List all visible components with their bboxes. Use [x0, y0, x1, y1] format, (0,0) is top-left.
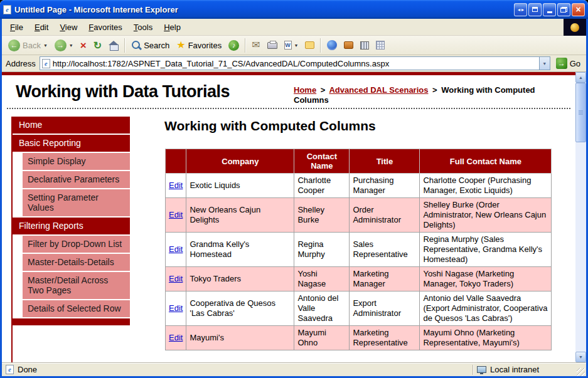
cell-company: Exotic Liquids — [186, 174, 294, 198]
discuss-icon — [305, 41, 314, 49]
address-url-text: http://localhost:1782/ASPNET_Data_Tutori… — [53, 59, 537, 68]
cell-title: Sales Representative — [350, 233, 420, 267]
cell-full-contact: Charlotte Cooper (Purchasing Manager, Ex… — [420, 174, 552, 198]
menu-favorites[interactable]: Favorites — [83, 19, 127, 35]
sidebar-item-master-detail-across-two-pages[interactable]: Master/Detail Across Two Pages — [23, 272, 130, 299]
scroll-down-button[interactable]: ▼ — [575, 352, 586, 362]
edit-in-word-button[interactable]: W ▼ — [281, 39, 302, 51]
cell-contact: Mayumi Ohno — [294, 326, 350, 350]
site-title: Working with Data Tutorials — [16, 82, 230, 102]
back-icon: ← — [8, 39, 20, 51]
sidebar-section-partial[interactable] — [13, 318, 130, 325]
sidebar-item-simple-display[interactable]: Simple Display — [23, 153, 130, 170]
sidebar-item-declarative-parameters[interactable]: Declarative Parameters — [23, 171, 130, 188]
title-bar[interactable]: Untitled Page - Microsoft Internet Explo… — [0, 0, 588, 19]
favorites-label: Favorites — [188, 41, 222, 50]
status-bar: Done Local intranet — [2, 362, 586, 376]
chevron-down-icon: ▼ — [579, 355, 583, 359]
menu-help[interactable]: Help — [158, 19, 186, 35]
vertical-scrollbar[interactable]: ▲ ▼ — [575, 72, 586, 362]
scroll-up-button[interactable]: ▲ — [575, 72, 586, 83]
menu-edit[interactable]: Edit — [29, 19, 54, 35]
breadcrumb-separator: > — [321, 85, 326, 95]
address-input[interactable]: http://localhost:1782/ASPNET_Data_Tutori… — [40, 56, 550, 70]
cell-title: Purchasing Manager — [350, 174, 420, 198]
building-button[interactable] — [357, 40, 372, 51]
close-icon: × — [575, 4, 580, 14]
page-title: Working with Computed Columns — [164, 118, 376, 134]
mail-button[interactable]: ✉ — [249, 39, 263, 51]
stop-button[interactable]: × — [77, 39, 90, 52]
print-button[interactable] — [264, 41, 281, 50]
favorites-button[interactable]: ★ Favorites — [173, 39, 225, 51]
grid-button[interactable] — [373, 39, 388, 51]
refresh-button[interactable]: ↻ — [90, 38, 105, 53]
sidebar-section-filtering-reports[interactable]: Filtering Reports — [13, 218, 130, 234]
browser-window: Untitled Page - Microsoft Internet Explo… — [0, 0, 588, 378]
grid-header-row: Company Contact Name Title Full Contact … — [166, 149, 552, 174]
col-header-title: Title — [350, 149, 420, 174]
cell-title: Marketing Manager — [350, 267, 420, 291]
sidebar-item-master-details-details[interactable]: Master-Details-Details — [23, 254, 130, 271]
standard-toolbar: ← Back ▼ → ▼ × ↻ Search ★ Favorites ♪ ✉ … — [2, 36, 586, 55]
table-row: Edit Exotic Liquids Charlotte Cooper Pur… — [166, 174, 552, 198]
discuss-button[interactable] — [302, 40, 318, 50]
go-button[interactable]: → Go — [554, 57, 582, 70]
window-border — [0, 19, 2, 378]
restore-button[interactable] — [557, 3, 570, 16]
back-button[interactable]: ← Back ▼ — [5, 38, 51, 53]
breadcrumb-section-link[interactable]: Advanced DAL Scenarios — [329, 85, 428, 95]
briefcase-icon — [344, 41, 353, 49]
menu-view[interactable]: View — [54, 19, 83, 35]
edit-link[interactable]: Edit — [169, 181, 183, 190]
edit-link[interactable]: Edit — [169, 274, 183, 283]
status-left-panel: Done — [3, 365, 473, 374]
sidebar-nav: Home Basic Reporting Simple Display Decl… — [11, 117, 130, 325]
media-button[interactable]: ♪ — [225, 39, 242, 52]
sidebar-item-details-of-selected-row[interactable]: Details of Selected Row — [23, 300, 130, 317]
forward-button[interactable]: → ▼ — [51, 38, 77, 53]
back-dropdown-icon: ▼ — [43, 43, 48, 48]
close-button[interactable]: × — [572, 3, 585, 16]
print-icon — [267, 42, 277, 49]
address-dropdown-button[interactable]: ▼ — [539, 57, 550, 70]
edit-link[interactable]: Edit — [169, 303, 183, 313]
chevron-up-icon: ▲ — [579, 75, 583, 80]
edit-link[interactable]: Edit — [169, 210, 183, 219]
chevron-down-icon: ▼ — [542, 61, 547, 66]
col-header-contact-name: Contact Name — [294, 149, 350, 174]
breadcrumb-separator: > — [432, 85, 437, 95]
cell-title: Marketing Representative — [350, 326, 420, 350]
sidebar-item-home[interactable]: Home — [13, 117, 130, 134]
sidebar-section-basic-reporting[interactable]: Basic Reporting — [13, 135, 130, 152]
col-header-edit — [166, 149, 186, 174]
minimize-icon — [547, 11, 552, 13]
search-icon — [131, 40, 141, 50]
sidebar-item-filter-by-dropdown-list[interactable]: Filter by Drop-Down List — [23, 236, 130, 253]
menu-tools[interactable]: Tools — [128, 19, 158, 35]
cell-company: New Orleans Cajun Delights — [186, 198, 294, 233]
cell-full-contact: Mayumi Ohno (Marketing Representative, M… — [420, 326, 552, 350]
cell-title: Export Administrator — [350, 291, 420, 326]
window-switch-button[interactable] — [528, 3, 542, 16]
favorites-star-icon: ★ — [176, 40, 185, 50]
menu-file[interactable]: File — [4, 19, 29, 35]
home-button[interactable] — [105, 39, 122, 51]
research-button[interactable] — [324, 39, 340, 51]
briefcase-button[interactable] — [341, 40, 356, 50]
search-button[interactable]: Search — [128, 39, 173, 51]
breadcrumb-home-link[interactable]: Home — [294, 85, 316, 95]
minimize-button[interactable] — [543, 3, 556, 16]
resize-grip[interactable] — [577, 368, 585, 376]
edit-link[interactable]: Edit — [169, 333, 183, 342]
window-icon — [532, 7, 538, 12]
cell-contact: Shelley Burke — [294, 198, 350, 233]
sidebar-item-setting-parameter-values[interactable]: Setting Parameter Values — [23, 189, 130, 216]
scrollbar-thumb[interactable] — [575, 83, 586, 142]
word-document-icon: W — [284, 41, 292, 50]
building-icon — [360, 41, 369, 50]
edit-link[interactable]: Edit — [169, 244, 183, 254]
window-nav-pair-button[interactable]: ◄► — [514, 3, 527, 16]
ie-page-icon — [6, 365, 14, 374]
stop-icon: × — [80, 40, 87, 51]
